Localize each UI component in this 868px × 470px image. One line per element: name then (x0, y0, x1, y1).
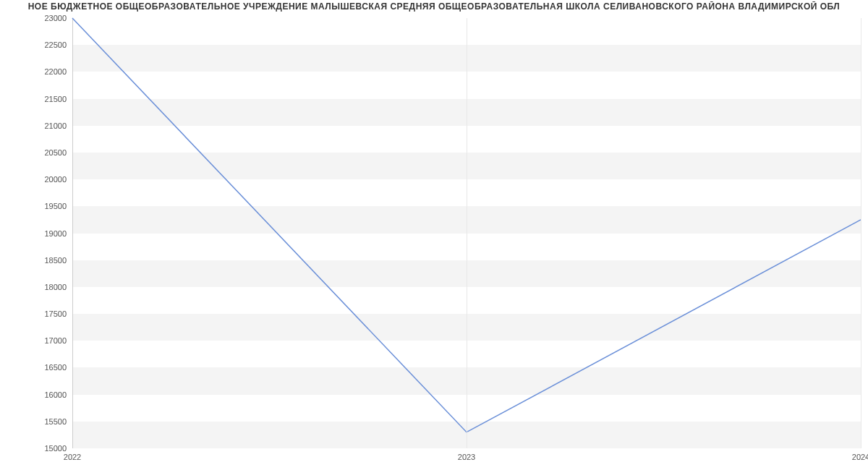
plot-area: 1500015500160001650017000175001800018500… (72, 18, 861, 448)
x-tick-label: 2024 (852, 453, 868, 461)
y-tick-label: 21000 (44, 121, 67, 130)
y-tick-label: 19000 (44, 229, 67, 238)
y-tick-label: 17000 (44, 336, 67, 345)
y-tick-label: 18500 (44, 256, 67, 265)
y-tick-label: 23000 (44, 14, 67, 22)
y-tick-label: 20000 (44, 175, 67, 184)
chart-container: НОЕ БЮДЖЕТНОЕ ОБЩЕОБРАЗОВАТЕЛЬНОЕ УЧРЕЖД… (0, 0, 868, 470)
y-tick-label: 22000 (44, 67, 67, 76)
y-tick-label: 15500 (44, 417, 67, 426)
x-gridline (861, 18, 861, 448)
y-tick-label: 16500 (44, 363, 67, 372)
y-tick-label: 15000 (44, 444, 67, 453)
y-tick-label: 17500 (44, 309, 67, 318)
y-tick-label: 16000 (44, 390, 67, 399)
y-tick-label: 22500 (44, 40, 67, 49)
x-tick-label: 2022 (64, 453, 81, 461)
chart-title: НОЕ БЮДЖЕТНОЕ ОБЩЕОБРАЗОВАТЕЛЬНОЕ УЧРЕЖД… (0, 1, 868, 12)
y-tick-label: 20500 (44, 148, 67, 157)
y-tick-label: 21500 (44, 95, 67, 103)
x-tick-label: 2023 (458, 453, 475, 461)
y-tick-label: 18000 (44, 283, 67, 291)
y-tick-label: 19500 (44, 202, 67, 210)
x-gridline (467, 18, 467, 448)
